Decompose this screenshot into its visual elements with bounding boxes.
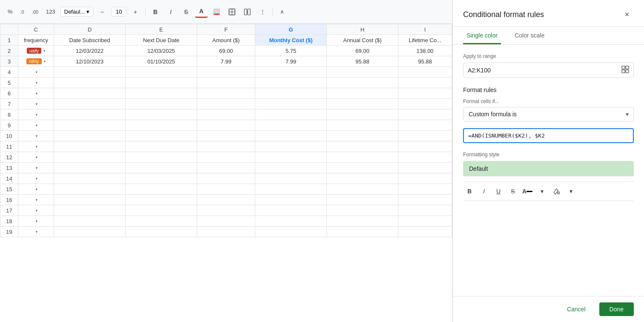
- decimal-increase-button[interactable]: .00: [29, 8, 41, 16]
- format-cells-if-label: Format cells if...: [463, 98, 634, 104]
- font-size-increase-button[interactable]: +: [129, 6, 142, 18]
- font-size-box[interactable]: 10: [111, 7, 126, 17]
- formula-input[interactable]: [468, 132, 629, 139]
- dropdown-arrow[interactable]: ▾: [36, 145, 37, 149]
- format-123-button[interactable]: 123: [43, 7, 58, 17]
- percent-button[interactable]: %: [5, 7, 15, 17]
- format-strikethrough-button[interactable]: S: [507, 185, 519, 197]
- format-text-color-button[interactable]: A: [521, 185, 534, 197]
- cell-G3[interactable]: 7.99: [255, 56, 326, 67]
- bold-button[interactable]: B: [149, 6, 162, 18]
- cell-H2[interactable]: 69.00: [326, 46, 398, 56]
- merge-icon: [244, 9, 251, 15]
- dropdown-arrow-2[interactable]: ▾: [43, 49, 45, 53]
- close-panel-button[interactable]: ×: [620, 8, 634, 21]
- table-row: 5▾: [0, 78, 452, 88]
- formatting-style-label: Formatting style: [463, 152, 634, 158]
- col-header-F[interactable]: F: [197, 24, 255, 35]
- merge-button[interactable]: [241, 6, 254, 18]
- svg-rect-5: [244, 9, 247, 15]
- col-header-C[interactable]: C: [18, 24, 54, 35]
- svg-rect-6: [248, 9, 250, 15]
- cell-I3[interactable]: 95.88: [398, 56, 452, 67]
- borders-button[interactable]: [226, 6, 238, 18]
- col-header-D[interactable]: D: [54, 24, 126, 35]
- condition-select[interactable]: Custom formula is: [463, 107, 634, 121]
- cell-C2[interactable]: ually ▾: [18, 46, 54, 56]
- header-next-due-date[interactable]: Next Due Date: [126, 35, 197, 46]
- cell-D3[interactable]: 12/10/2023: [54, 56, 126, 67]
- dropdown-arrow[interactable]: ▾: [36, 124, 37, 127]
- font-selector[interactable]: Defaul... ▾: [60, 7, 93, 17]
- more-options-button[interactable]: ⋮: [256, 6, 269, 18]
- dropdown-arrow[interactable]: ▾: [36, 81, 37, 85]
- col-header-H[interactable]: H: [326, 24, 398, 35]
- format-underline-button[interactable]: U: [492, 185, 505, 197]
- cell-I2[interactable]: 138.00: [398, 46, 452, 56]
- cell-F2[interactable]: 69.00: [197, 46, 255, 56]
- range-grid-icon[interactable]: [621, 66, 629, 75]
- table-row: 6▾: [0, 88, 452, 99]
- text-color-button[interactable]: A: [195, 6, 208, 18]
- frequency-badge-3: nthly: [26, 58, 41, 64]
- italic-button[interactable]: I: [164, 6, 177, 18]
- default-style-box[interactable]: Default: [463, 161, 634, 176]
- cell-D2[interactable]: 12/03/2022: [54, 46, 126, 56]
- cell-H3[interactable]: 95.88: [326, 56, 398, 67]
- row-num-header: 1: [0, 35, 18, 46]
- dropdown-arrow-3[interactable]: ▾: [44, 60, 46, 63]
- dropdown-arrow[interactable]: ▾: [36, 155, 37, 159]
- svg-rect-10: [622, 70, 625, 73]
- range-input[interactable]: [468, 67, 621, 74]
- cell-F3[interactable]: 7.99: [197, 56, 255, 67]
- dropdown-arrow[interactable]: ▾: [36, 70, 37, 74]
- format-fill-color-button[interactable]: [550, 185, 563, 197]
- borders-icon: [229, 9, 235, 15]
- dropdown-arrow[interactable]: ▾: [36, 134, 37, 138]
- header-amount[interactable]: Amount ($): [197, 35, 255, 46]
- cell-C3[interactable]: nthly ▾: [18, 56, 54, 67]
- fill-color-icon: [213, 9, 220, 15]
- dropdown-arrow[interactable]: ▾: [36, 177, 37, 181]
- header-date-subscribed[interactable]: Date Subscribed: [54, 35, 126, 46]
- header-annual-cost[interactable]: Annual Cost ($): [326, 35, 398, 46]
- strikethrough-button[interactable]: S: [180, 6, 192, 18]
- font-size-decrease-button[interactable]: −: [96, 6, 109, 18]
- svg-point-12: [557, 192, 560, 194]
- cell-E3[interactable]: 01/10/2025: [126, 56, 197, 67]
- done-button[interactable]: Done: [599, 302, 634, 316]
- format-fill-color-dropdown[interactable]: ▾: [564, 185, 577, 197]
- dropdown-arrow[interactable]: ▾: [36, 92, 37, 95]
- format-italic-button[interactable]: I: [478, 185, 490, 197]
- condition-select-wrapper: Custom formula is ▾: [463, 107, 634, 121]
- header-monthly-cost[interactable]: Monthly Cost ($): [255, 35, 326, 46]
- collapse-toolbar-button[interactable]: ∧: [276, 6, 288, 18]
- decimal-decrease-button[interactable]: .0: [18, 8, 27, 16]
- dropdown-arrow[interactable]: ▾: [36, 198, 37, 202]
- dropdown-arrow[interactable]: ▾: [36, 113, 37, 117]
- tab-color-scale[interactable]: Color scale: [511, 27, 548, 44]
- panel-footer: Cancel Done: [453, 296, 644, 322]
- col-header-I[interactable]: I: [398, 24, 452, 35]
- col-header-E[interactable]: E: [126, 24, 197, 35]
- range-input-wrapper: [463, 63, 634, 78]
- header-frequency[interactable]: frequency: [18, 35, 54, 46]
- cancel-button[interactable]: Cancel: [558, 302, 594, 316]
- format-text-color-dropdown[interactable]: ▾: [535, 185, 548, 197]
- dropdown-arrow[interactable]: ▾: [36, 102, 37, 106]
- tab-single-color[interactable]: Single color: [463, 27, 501, 44]
- table-row: 12▾: [0, 152, 452, 163]
- format-bold-button[interactable]: B: [463, 185, 476, 197]
- cell-E2[interactable]: 12/03/2025: [126, 46, 197, 56]
- dropdown-arrow[interactable]: ▾: [36, 230, 37, 234]
- dropdown-arrow[interactable]: ▾: [36, 219, 37, 223]
- dropdown-arrow[interactable]: ▾: [36, 209, 37, 213]
- dropdown-arrow[interactable]: ▾: [36, 187, 37, 191]
- cell-G2[interactable]: 5.75: [255, 46, 326, 56]
- frequency-badge-2: ually: [27, 48, 42, 54]
- fill-color-button[interactable]: [210, 6, 223, 18]
- header-lifetime-cost[interactable]: Lifetime Co...: [398, 35, 452, 46]
- col-header-G[interactable]: G: [255, 24, 326, 35]
- table-row: 9▾: [0, 120, 452, 131]
- dropdown-arrow[interactable]: ▾: [36, 166, 37, 170]
